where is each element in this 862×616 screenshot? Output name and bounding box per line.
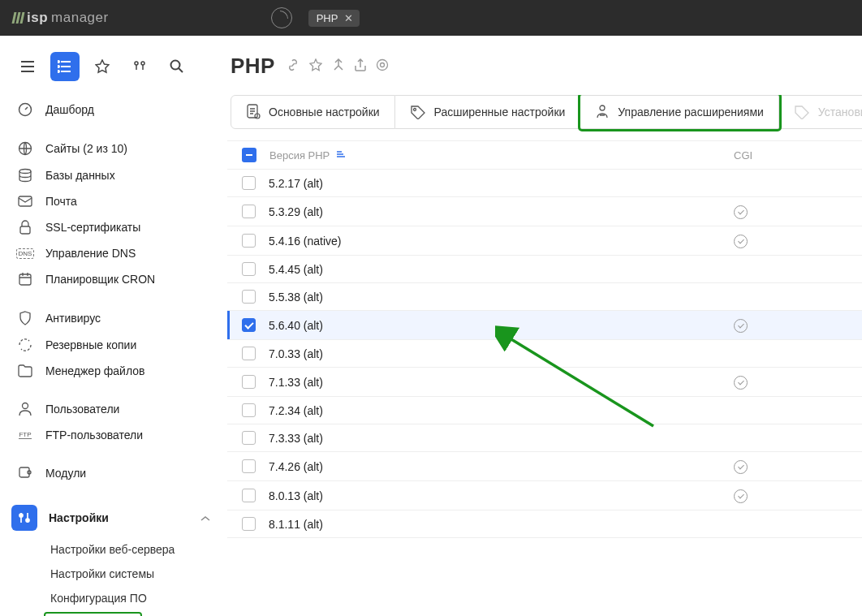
btn-ext-settings[interactable]: Расширенные настройки xyxy=(395,95,581,129)
sub-item-conf[interactable]: Конфигурация ПО xyxy=(45,586,218,610)
table-row[interactable]: 5.2.17 (alt) xyxy=(227,170,862,197)
star-icon[interactable] xyxy=(309,58,322,74)
table-row[interactable]: 7.3.33 (alt) xyxy=(227,424,862,452)
svg-point-8 xyxy=(19,170,31,174)
table-row[interactable]: 5.6.40 (alt) xyxy=(227,311,862,340)
check-circle-icon xyxy=(734,319,748,333)
sidebar-view-switch xyxy=(10,47,218,96)
tab-chip-php[interactable]: PHP ✕ xyxy=(308,10,360,27)
database-icon xyxy=(16,168,34,183)
row-version: 5.4.45 (alt) xyxy=(269,263,721,276)
col-cgi-label[interactable]: CGI xyxy=(734,149,847,162)
tag-disabled-icon xyxy=(794,105,810,119)
check-circle-icon xyxy=(734,376,748,390)
page-actions xyxy=(287,58,389,74)
row-checkbox[interactable] xyxy=(242,403,256,417)
svg-point-21 xyxy=(413,109,416,111)
row-version: 7.0.33 (alt) xyxy=(269,347,721,360)
sidebar-item-mail[interactable]: Почта xyxy=(10,189,218,213)
row-cgi xyxy=(734,204,847,219)
sidebar: Дашборд Сайты (2 из 10) Базы данных Почт… xyxy=(0,36,227,616)
table-row[interactable]: 7.2.34 (alt) xyxy=(227,397,862,424)
svg-point-15 xyxy=(19,514,23,517)
svg-point-17 xyxy=(380,63,384,67)
export-icon[interactable] xyxy=(355,58,366,74)
row-cgi xyxy=(734,488,847,503)
tag-icon xyxy=(410,105,426,119)
row-version: 7.4.26 (alt) xyxy=(269,460,721,473)
sidebar-item-backup[interactable]: Резервные копии xyxy=(10,332,218,358)
refresh-icon xyxy=(16,338,34,352)
row-cgi xyxy=(734,374,847,390)
table-row[interactable]: 7.0.33 (alt) xyxy=(227,340,862,368)
table-row[interactable]: 7.1.33 (alt) xyxy=(227,368,862,397)
clock-icon[interactable] xyxy=(271,7,292,28)
main: PHP Основные настройки xyxy=(227,36,862,616)
tab-chip-label: PHP xyxy=(317,12,338,24)
sidebar-item-modules[interactable]: Модули xyxy=(10,460,218,486)
pin-icon[interactable] xyxy=(332,58,345,74)
sidebar-item-ftp[interactable]: FTPFTP-пользователи xyxy=(10,423,218,447)
svg-point-0 xyxy=(58,61,59,62)
logo-text-b: manager xyxy=(51,10,109,26)
table-row[interactable]: 5.3.29 (alt) xyxy=(227,197,862,226)
sidebar-item-cron[interactable]: Планировщик CRON xyxy=(10,266,218,292)
link-icon[interactable] xyxy=(287,58,300,74)
svg-point-12 xyxy=(23,403,28,409)
sliders-icon[interactable] xyxy=(125,52,154,81)
row-checkbox[interactable] xyxy=(242,489,256,502)
sidebar-item-dashboard[interactable]: Дашборд xyxy=(10,97,218,123)
sidebar-item-settings[interactable]: Настройки xyxy=(10,499,218,536)
btn-main-settings[interactable]: Основные настройки xyxy=(231,95,395,129)
checkbox-all[interactable] xyxy=(242,148,256,162)
row-checkbox[interactable] xyxy=(242,318,256,332)
sidebar-item-users[interactable]: Пользователи xyxy=(10,396,218,422)
star-icon[interactable] xyxy=(88,52,117,81)
row-checkbox[interactable] xyxy=(242,459,256,473)
row-version: 7.1.33 (alt) xyxy=(269,376,721,389)
table-row[interactable]: 5.4.16 (native) xyxy=(227,226,862,256)
sidebar-item-db[interactable]: Базы данных xyxy=(10,162,218,188)
page-header: PHP xyxy=(227,54,862,95)
lock-icon xyxy=(16,220,34,235)
row-version: 7.3.33 (alt) xyxy=(269,432,721,445)
row-checkbox[interactable] xyxy=(242,347,256,360)
svg-rect-11 xyxy=(19,274,31,285)
row-checkbox[interactable] xyxy=(242,234,256,248)
svg-point-2 xyxy=(58,71,59,72)
table-row[interactable]: 8.0.13 (alt) xyxy=(227,481,862,510)
table-row[interactable]: 5.4.45 (alt) xyxy=(227,256,862,283)
row-version: 8.1.11 (alt) xyxy=(269,518,721,531)
sidebar-item-files[interactable]: Менеджер файлов xyxy=(10,359,218,383)
svg-point-3 xyxy=(135,62,138,65)
sidebar-item-dns[interactable]: DNSУправление DNS xyxy=(10,241,218,265)
sidebar-item-antivirus[interactable]: Антивирус xyxy=(10,305,218,331)
row-checkbox[interactable] xyxy=(242,205,256,218)
close-icon[interactable]: ✕ xyxy=(344,12,353,24)
menu-icon[interactable] xyxy=(13,52,42,81)
row-checkbox[interactable] xyxy=(242,375,256,389)
row-checkbox[interactable] xyxy=(242,517,256,531)
sub-item-sys[interactable]: Настройки системы xyxy=(45,562,218,586)
row-version: 7.2.34 (alt) xyxy=(269,404,721,417)
btn-manage-ext[interactable]: Управление расширениями xyxy=(580,95,779,129)
row-checkbox[interactable] xyxy=(242,262,256,276)
table-row[interactable]: 7.4.26 (alt) xyxy=(227,452,862,481)
logo-text-a: isp xyxy=(27,10,48,26)
page-title: PHP xyxy=(231,54,275,79)
sub-item-web[interactable]: Настройки веб-сервера xyxy=(45,537,218,562)
table-row[interactable]: 5.5.38 (alt) xyxy=(227,283,862,311)
document-icon xyxy=(246,104,261,120)
search-icon[interactable] xyxy=(162,52,192,81)
col-version-label[interactable]: Версия PHP xyxy=(269,149,330,162)
row-checkbox[interactable] xyxy=(242,176,256,190)
gear-icon[interactable] xyxy=(376,58,389,74)
table-row[interactable]: 8.1.11 (alt) xyxy=(227,510,862,538)
sidebar-item-ssl[interactable]: SSL-сертификаты xyxy=(10,214,218,240)
row-checkbox[interactable] xyxy=(242,431,256,445)
row-checkbox[interactable] xyxy=(242,290,256,304)
list-view-icon[interactable] xyxy=(50,52,80,81)
sort-asc-icon[interactable] xyxy=(336,149,347,162)
svg-point-18 xyxy=(377,60,387,71)
sidebar-item-sites[interactable]: Сайты (2 из 10) xyxy=(10,136,218,162)
